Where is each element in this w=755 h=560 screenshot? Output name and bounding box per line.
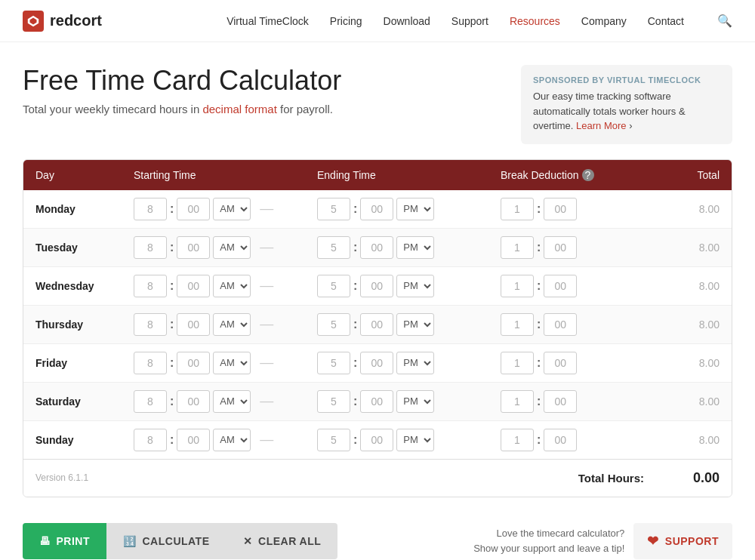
break-min-input[interactable] — [544, 429, 577, 451]
break-sep: : — [537, 318, 541, 331]
end-time-group: : AM PM — [317, 390, 501, 413]
start-ampm-select[interactable]: AM PM — [213, 275, 251, 297]
break-hour-input[interactable] — [501, 390, 534, 413]
break-hour-input[interactable] — [501, 275, 534, 297]
row-total: 8.00 — [652, 318, 720, 331]
end-ampm-select[interactable]: AM PM — [396, 352, 434, 374]
end-min-input[interactable] — [360, 429, 393, 451]
logo-icon — [23, 11, 44, 32]
version-text: Version 6.1.1 — [35, 472, 501, 483]
end-ampm-select[interactable]: AM PM — [396, 275, 434, 297]
start-min-input[interactable] — [177, 313, 210, 336]
end-ampm-select[interactable]: AM PM — [396, 390, 434, 413]
start-min-input[interactable] — [177, 352, 210, 374]
break-hour-input[interactable] — [501, 429, 534, 451]
end-min-input[interactable] — [360, 275, 393, 297]
support-text: Love the timecard calculator? Show your … — [473, 526, 624, 555]
header-left: Free Time Card Calculator Total your wee… — [23, 65, 341, 115]
start-hour-input[interactable] — [134, 198, 167, 220]
nav-company[interactable]: Company — [581, 15, 627, 27]
end-hour-input[interactable] — [317, 198, 350, 220]
support-button[interactable]: ❤ SUPPORT — [633, 523, 732, 559]
end-hour-input[interactable] — [317, 390, 350, 413]
end-hour-input[interactable] — [317, 313, 350, 336]
start-hour-input[interactable] — [134, 429, 167, 451]
nav-contact[interactable]: Contact — [648, 15, 684, 27]
calculate-button[interactable]: 🔢 CALCULATE — [106, 523, 226, 559]
sponsor-box: SPONSORED BY VIRTUAL TIMECLOCK Our easy … — [521, 65, 732, 144]
row-total: 8.00 — [652, 357, 720, 369]
start-min-input[interactable] — [177, 236, 210, 259]
start-ampm-select[interactable]: AM PM — [213, 236, 251, 259]
start-hour-input[interactable] — [134, 313, 167, 336]
day-label: Wednesday — [35, 280, 134, 292]
logo-text: redcort — [50, 12, 102, 29]
break-hour-input[interactable] — [501, 313, 534, 336]
end-hour-input[interactable] — [317, 275, 350, 297]
nav-pricing[interactable]: Pricing — [330, 15, 362, 27]
end-hour-input[interactable] — [317, 352, 350, 374]
end-hour-input[interactable] — [317, 236, 350, 259]
break-sep: : — [537, 395, 541, 408]
break-group: : — [501, 198, 652, 220]
break-min-input[interactable] — [544, 198, 577, 220]
break-sep: : — [537, 279, 541, 293]
end-ampm-select[interactable]: AM PM — [396, 198, 434, 220]
button-bar: 🖶 PRINT 🔢 CALCULATE ✕ CLEAR ALL Love the… — [0, 512, 755, 561]
break-min-input[interactable] — [544, 236, 577, 259]
print-button[interactable]: 🖶 PRINT — [23, 523, 106, 559]
page-title: Free Time Card Calculator — [23, 65, 341, 97]
navigation: redcort Virtual TimeClock Pricing Downlo… — [0, 0, 755, 42]
break-hour-input[interactable] — [501, 236, 534, 259]
clear-all-button[interactable]: ✕ CLEAR ALL — [226, 523, 338, 559]
end-min-input[interactable] — [360, 313, 393, 336]
end-min-input[interactable] — [360, 390, 393, 413]
table-footer: Version 6.1.1 Total Hours: 0.00 — [23, 459, 732, 497]
start-ampm-select[interactable]: AM PM — [213, 198, 251, 220]
start-min-input[interactable] — [177, 429, 210, 451]
start-hour-input[interactable] — [134, 236, 167, 259]
end-ampm-select[interactable]: AM PM — [396, 429, 434, 451]
end-hour-input[interactable] — [317, 429, 350, 451]
start-hour-input[interactable] — [134, 275, 167, 297]
start-min-input[interactable] — [177, 390, 210, 413]
end-ampm-select[interactable]: AM PM — [396, 236, 434, 259]
nav-virtual-timeclock[interactable]: Virtual TimeClock — [226, 15, 309, 27]
row-total: 8.00 — [652, 280, 720, 292]
end-min-input[interactable] — [360, 198, 393, 220]
start-ampm-select[interactable]: AM PM — [213, 390, 251, 413]
start-ampm-select[interactable]: AM PM — [213, 352, 251, 374]
nav-download[interactable]: Download — [384, 15, 430, 27]
logo[interactable]: redcort — [23, 11, 102, 32]
start-ampm-select[interactable]: AM PM — [213, 429, 251, 451]
col-day-header: Day — [35, 169, 134, 181]
break-hour-input[interactable] — [501, 198, 534, 220]
start-time-group: : AM PM — — [134, 236, 317, 259]
end-min-input[interactable] — [360, 236, 393, 259]
start-min-input[interactable] — [177, 198, 210, 220]
end-min-input[interactable] — [360, 352, 393, 374]
nav-support[interactable]: Support — [451, 15, 488, 27]
start-hour-input[interactable] — [134, 352, 167, 374]
start-sep: : — [170, 318, 174, 331]
start-ampm-select[interactable]: AM PM — [213, 313, 251, 336]
row-total: 8.00 — [652, 242, 720, 254]
end-ampm-select[interactable]: AM PM — [396, 313, 434, 336]
row-total: 8.00 — [652, 395, 720, 408]
subtitle-start: Total your weekly timecard hours in — [23, 103, 202, 115]
break-sep: : — [537, 433, 541, 447]
break-min-input[interactable] — [544, 390, 577, 413]
start-min-input[interactable] — [177, 275, 210, 297]
decimal-format-link[interactable]: decimal format — [202, 103, 276, 115]
learn-more-link[interactable]: Learn More — [576, 120, 626, 131]
start-hour-input[interactable] — [134, 390, 167, 413]
col-starting-header: Starting Time — [134, 169, 317, 181]
break-min-input[interactable] — [544, 275, 577, 297]
break-min-input[interactable] — [544, 313, 577, 336]
nav-resources[interactable]: Resources — [510, 15, 560, 27]
break-help-icon[interactable]: ? — [582, 169, 594, 181]
break-min-input[interactable] — [544, 352, 577, 374]
break-hour-input[interactable] — [501, 352, 534, 374]
search-icon[interactable]: 🔍 — [717, 14, 732, 28]
day-label: Thursday — [35, 318, 134, 331]
